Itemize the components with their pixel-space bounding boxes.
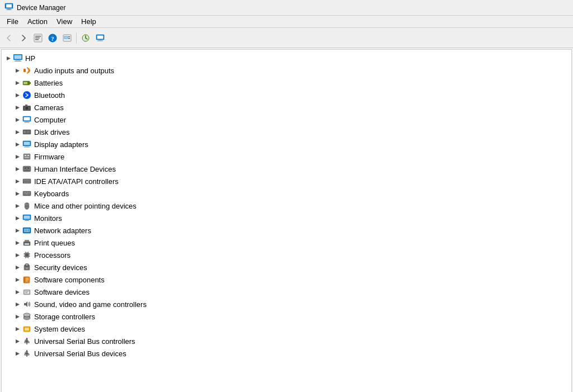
tree-item-ide[interactable]: IDE ATA/ATAPI controllers (2, 175, 571, 187)
svg-rect-28 (30, 82, 31, 84)
display-icon (22, 140, 32, 149)
tree-item-usb-devices[interactable]: Universal Serial Bus devices (2, 347, 571, 360)
expand-sound[interactable] (13, 300, 22, 309)
menu-help[interactable]: Help (77, 16, 101, 27)
svg-rect-95 (25, 231, 26, 232)
expand-usb-devices[interactable] (13, 349, 22, 358)
menu-view[interactable]: View (52, 16, 77, 27)
network-icon (22, 226, 32, 235)
tree-item-hid[interactable]: Human Interface Devices (2, 163, 571, 175)
expand-keyboards[interactable] (13, 189, 22, 198)
tree-item-audio[interactable]: Audio inputs and outputs (2, 64, 571, 77)
svg-rect-23 (15, 61, 21, 62)
svg-rect-54 (24, 154, 30, 159)
tree-item-firmware[interactable]: Firmware (2, 150, 571, 163)
usb-devices-icon (22, 349, 32, 358)
toolbar-back-button[interactable] (2, 31, 16, 45)
svg-rect-40 (24, 117, 30, 121)
tree-item-bluetooth[interactable]: Bluetooth (2, 89, 571, 101)
expand-computer[interactable] (13, 115, 22, 124)
tree-item-monitors[interactable]: Monitors (2, 212, 571, 224)
svg-marker-24 (16, 69, 20, 73)
expand-display-adapters[interactable] (13, 140, 22, 149)
batteries-label: Batteries (34, 79, 63, 87)
toolbar-properties-small-button[interactable] (31, 31, 45, 45)
expand-software-devices[interactable] (13, 287, 22, 296)
expand-hid[interactable] (13, 164, 22, 173)
svg-point-102 (29, 242, 30, 243)
menu-action[interactable]: Action (23, 16, 52, 27)
toolbar-separator-1 (76, 32, 77, 44)
svg-rect-72 (24, 192, 25, 193)
print-icon (22, 238, 32, 247)
expand-hp[interactable] (4, 54, 13, 63)
expand-system-devices[interactable] (13, 324, 22, 333)
security-icon (22, 263, 32, 272)
expand-usb-controllers[interactable] (13, 337, 22, 346)
tree-item-software-components[interactable]: Software components (2, 273, 571, 286)
svg-marker-103 (16, 253, 20, 257)
svg-point-36 (27, 108, 27, 108)
expand-mice[interactable] (13, 201, 22, 210)
tree-item-disk-drives[interactable]: Disk drives (2, 126, 571, 138)
keyboards-label: Keyboards (34, 190, 69, 198)
network-adapters-label: Network adapters (34, 226, 91, 235)
bluetooth-icon (22, 91, 32, 100)
tree-item-security-devices[interactable]: Security devices (2, 261, 571, 273)
svg-marker-48 (16, 143, 20, 147)
tree-item-display-adapters[interactable]: Display adapters (2, 138, 571, 150)
expand-audio[interactable] (13, 66, 22, 75)
expand-ide[interactable] (13, 177, 22, 186)
toolbar-help-button[interactable]: ? (46, 31, 59, 45)
expand-monitors[interactable] (13, 214, 22, 223)
tree-item-software-devices[interactable]: Software devices (2, 286, 571, 298)
tree-item-mice[interactable]: Mice and other pointing devices (2, 200, 571, 212)
svg-rect-101 (25, 243, 29, 245)
toolbar-view-button[interactable] (60, 31, 74, 45)
svg-rect-105 (26, 254, 29, 257)
expand-processors[interactable] (13, 251, 22, 259)
tree-item-cameras[interactable]: Cameras (2, 101, 571, 114)
main-content[interactable]: HP Audio inputs and outputs (1, 49, 572, 392)
svg-rect-42 (24, 122, 30, 123)
svg-rect-37 (25, 105, 27, 106)
menu-file[interactable]: File (2, 16, 23, 27)
svg-rect-47 (27, 133, 29, 133)
toolbar-refresh-button[interactable] (79, 31, 92, 45)
expand-print-queues[interactable] (13, 238, 22, 247)
tree-item-keyboards[interactable]: Keyboards (2, 187, 571, 200)
toolbar-computer-button[interactable] (93, 31, 107, 45)
tree-item-print-queues[interactable]: Print queues (2, 237, 571, 249)
tree-item-sound[interactable]: Sound, video and game controllers (2, 298, 571, 310)
tree-item-system-devices[interactable]: System devices (2, 323, 571, 335)
tree-item-batteries[interactable]: Batteries (2, 77, 571, 89)
svg-rect-7 (35, 39, 39, 40)
svg-marker-26 (16, 81, 20, 85)
expand-disk-drives[interactable] (13, 127, 22, 136)
tree-root-hp[interactable]: HP (2, 52, 571, 64)
expand-software-components[interactable] (13, 275, 22, 284)
svg-marker-129 (16, 303, 20, 306)
expand-batteries[interactable] (13, 78, 22, 87)
svg-marker-149 (16, 352, 20, 356)
expand-bluetooth[interactable] (13, 91, 22, 100)
storage-controllers-label: Storage controllers (34, 313, 95, 321)
svg-marker-151 (26, 350, 28, 352)
svg-rect-12 (68, 36, 70, 37)
tree-item-computer[interactable]: Computer (2, 114, 571, 126)
tree-item-storage-controllers[interactable]: Storage controllers (2, 310, 571, 323)
svg-point-135 (24, 313, 30, 317)
expand-network-adapters[interactable] (13, 226, 22, 235)
svg-rect-86 (24, 216, 30, 219)
svg-rect-97 (28, 231, 29, 232)
expand-security-devices[interactable] (13, 263, 22, 272)
expand-firmware[interactable] (13, 152, 22, 161)
expand-cameras[interactable] (13, 103, 22, 112)
svg-rect-67 (24, 183, 26, 183)
toolbar-forward-button[interactable] (17, 31, 30, 45)
tree-item-processors[interactable]: Processors (2, 249, 571, 261)
expand-storage-controllers[interactable] (13, 312, 22, 321)
camera-icon (22, 103, 32, 112)
tree-item-network-adapters[interactable]: Network adapters (2, 224, 571, 237)
tree-item-usb-controllers[interactable]: Universal Serial Bus controllers (2, 335, 571, 347)
